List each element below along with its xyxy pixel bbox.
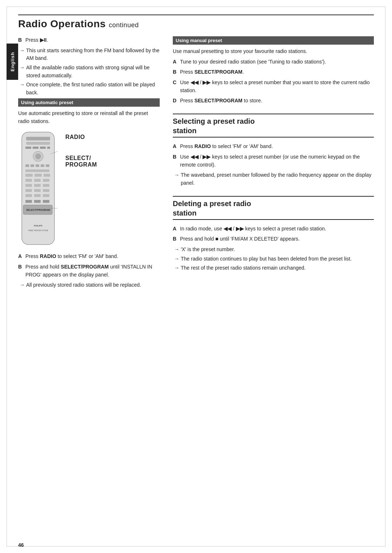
svg-rect-11 <box>36 164 39 167</box>
manual-step-a: A Tune to your desired radio station (se… <box>173 58 374 66</box>
svg-rect-16 <box>34 174 42 177</box>
auto-preset-body: Use automatic presetting to store or rei… <box>18 110 160 125</box>
step-a-radio: A Press RADIO to select 'FM' or 'AM' ban… <box>18 253 160 261</box>
svg-rect-3 <box>25 147 31 149</box>
svg-rect-24 <box>25 189 32 192</box>
arrow-once-complete: → Once complete, the first tuned radio s… <box>18 81 160 97</box>
right-column: Using manual preset Use manual presettin… <box>173 36 374 291</box>
remote-svg: SELECT/PROGRAM PHILIPS HOME THEATER SYST… <box>18 130 58 246</box>
deleting-section: Deleting a preset radiostation A In radi… <box>173 196 374 272</box>
top-rule <box>18 15 374 15</box>
select-arrow-waveband: → The waveband, preset number followed b… <box>173 171 374 187</box>
selecting-section: Selecting a preset radiostation A Press … <box>173 114 374 187</box>
svg-rect-18 <box>25 179 32 182</box>
svg-text:PHILIPS: PHILIPS <box>34 225 42 227</box>
svg-rect-6 <box>47 147 50 149</box>
remote-illustration: SELECT/PROGRAM PHILIPS HOME THEATER SYST… <box>18 130 160 247</box>
select-step-a: A Press RADIO to select 'FM' or 'AM' ban… <box>173 143 374 151</box>
delete-arrow-continues: → The radio station continues to play bu… <box>173 255 374 263</box>
delete-arrow-rest: → The rest of the preset radio stations … <box>173 264 374 272</box>
delete-step-a: A In radio mode, use ◀◀ / ▶▶ keys to sel… <box>173 225 374 233</box>
svg-rect-32 <box>43 200 49 203</box>
svg-rect-22 <box>34 184 41 187</box>
left-column: B Press ▶II. → This unit starts searchin… <box>18 36 160 291</box>
svg-rect-0 <box>22 132 54 245</box>
deleting-heading: Deleting a preset radiostation <box>173 196 374 220</box>
svg-rect-30 <box>25 200 32 203</box>
select-step-b: B Use ◀◀ / ▶▶ keys to select a preset nu… <box>173 153 374 169</box>
svg-rect-26 <box>43 189 49 192</box>
manual-step-c: C Use ◀◀ / ▶▶ keys to select a preset nu… <box>173 79 374 94</box>
svg-rect-15 <box>25 174 33 177</box>
manual-preset-section: Using manual preset Use manual presettin… <box>173 36 374 105</box>
svg-rect-9 <box>25 164 29 167</box>
svg-rect-31 <box>34 200 41 203</box>
arrow-all-stations: → All the available radio stations with … <box>18 64 160 79</box>
svg-rect-27 <box>25 194 32 197</box>
auto-preset-header: Using automatic preset <box>18 98 160 107</box>
svg-rect-19 <box>34 179 41 182</box>
svg-rect-17 <box>44 174 50 177</box>
manual-preset-header: Using manual preset <box>173 36 374 45</box>
manual-step-b: B Press SELECT/PROGRAM. <box>173 68 374 76</box>
svg-rect-28 <box>34 194 41 197</box>
language-tab: English <box>7 44 18 80</box>
select-program-label: SELECT/PROGRAM <box>65 155 97 168</box>
svg-rect-29 <box>43 194 49 197</box>
svg-rect-25 <box>34 189 41 192</box>
manual-preset-body: Use manual presetting to store your favo… <box>173 48 374 56</box>
svg-rect-4 <box>33 147 38 149</box>
step-b-press: B Press ▶II. <box>18 36 160 44</box>
svg-text:SELECT/PROGRAM: SELECT/PROGRAM <box>26 209 50 211</box>
remote-image: SELECT/PROGRAM PHILIPS HOME THEATER SYST… <box>18 130 62 247</box>
selecting-heading: Selecting a preset radiostation <box>173 114 374 138</box>
svg-rect-23 <box>43 184 49 187</box>
svg-rect-10 <box>30 164 34 167</box>
svg-text:HOME THEATER SYSTEM: HOME THEATER SYSTEM <box>28 230 48 232</box>
arrow-replaced: → All previously stored radio stations w… <box>18 281 160 289</box>
svg-rect-13 <box>46 164 49 167</box>
radio-label: RADIO <box>65 134 97 140</box>
two-column-layout: B Press ▶II. → This unit starts searchin… <box>18 36 374 291</box>
svg-point-8 <box>35 153 41 159</box>
svg-rect-21 <box>25 184 32 187</box>
arrow-fm-band: → This unit starts searching from the FM… <box>18 47 160 62</box>
svg-rect-12 <box>41 164 44 167</box>
page-number: 46 <box>18 542 24 548</box>
delete-arrow-x: → 'X' is the preset number. <box>173 246 374 254</box>
remote-labels: RADIO SELECT/PROGRAM <box>65 130 97 168</box>
svg-rect-20 <box>43 179 49 182</box>
manual-step-d: D Press SELECT/PROGRAM to store. <box>173 97 374 105</box>
step-b-hold-select: B Press and hold SELECT/PROGRAM until 'I… <box>18 263 160 279</box>
delete-step-b: B Press and hold ■ until 'FM/AM X DELETE… <box>173 235 374 243</box>
svg-rect-1 <box>26 137 50 140</box>
svg-rect-5 <box>40 147 46 149</box>
svg-rect-2 <box>26 142 50 145</box>
svg-rect-14 <box>25 169 49 172</box>
page-content: Radio Operations continued B Press ▶II. … <box>18 15 374 538</box>
page-title: Radio Operations continued <box>18 18 374 30</box>
